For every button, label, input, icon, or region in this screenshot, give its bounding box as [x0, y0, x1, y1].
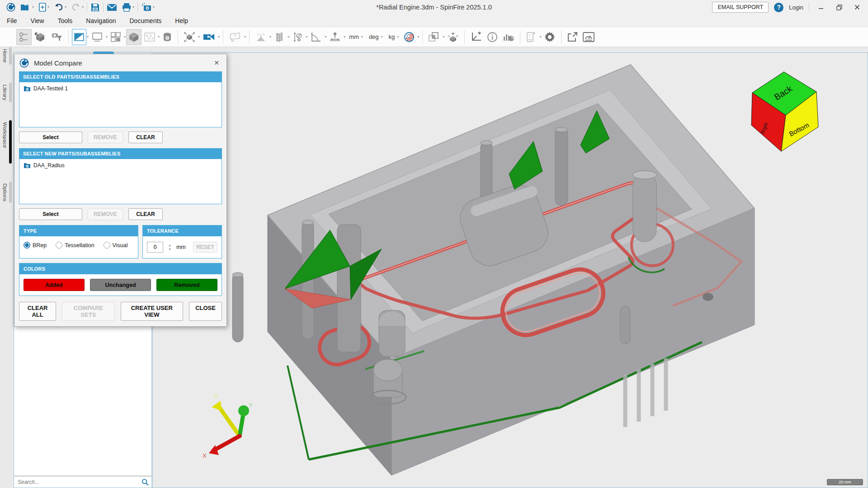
- menu-documents[interactable]: Documents: [130, 17, 162, 24]
- pattern-display-caret[interactable]: ▾: [158, 35, 160, 39]
- restore-button[interactable]: [833, 2, 845, 12]
- new-select-button[interactable]: Select: [19, 208, 82, 220]
- angle-unit-dropdown[interactable]: deg ▾: [366, 29, 385, 45]
- tolerance-spinner[interactable]: ▲ ▼: [167, 243, 173, 251]
- minimize-button[interactable]: [815, 2, 827, 12]
- compare-overlay-caret[interactable]: ▾: [443, 35, 444, 39]
- new-remove-button[interactable]: REMOVE: [88, 208, 123, 220]
- measure-angle-caret[interactable]: ▾: [325, 35, 326, 39]
- cross-section-button[interactable]: [272, 29, 287, 45]
- dialog-close-icon[interactable]: ✕: [211, 58, 222, 67]
- viewport-layout-caret[interactable]: ▾: [124, 35, 126, 39]
- view-orientation-button[interactable]: [200, 29, 217, 45]
- close-button[interactable]: CLOSE: [189, 302, 222, 321]
- new-parts-list[interactable]: DAA_Radius: [19, 159, 222, 204]
- length-unit-caret[interactable]: ▾: [361, 35, 363, 39]
- measure-diameter-button[interactable]: [290, 29, 305, 45]
- redo-button[interactable]: ▾: [70, 2, 85, 12]
- redo-caret[interactable]: ▾: [82, 5, 84, 9]
- create-user-view-button[interactable]: CREATE USER VIEW: [121, 302, 183, 321]
- model-display-button[interactable]: [126, 29, 142, 45]
- screen-mode-caret[interactable]: ▾: [106, 35, 108, 39]
- tolerance-input[interactable]: [147, 242, 163, 253]
- sidebar-tab-workspace[interactable]: Workspace: [2, 120, 12, 164]
- menu-tools[interactable]: Tools: [58, 17, 73, 24]
- new-document-button[interactable]: ▾: [37, 2, 51, 13]
- spinner-down-icon[interactable]: ▼: [167, 247, 173, 251]
- viewport-3d[interactable]: Back Right Bottom Z Y X 20 mm: [152, 52, 868, 488]
- mass-unit-dropdown[interactable]: kg ▾: [386, 29, 401, 45]
- new-clear-button[interactable]: CLEAR: [128, 208, 163, 220]
- measure-tools-button[interactable]: [16, 29, 32, 45]
- zoom-fit-button[interactable]: [181, 29, 198, 45]
- render-mode-caret[interactable]: ▾: [87, 35, 89, 39]
- radio-visual-control[interactable]: [104, 242, 110, 249]
- radio-visual[interactable]: Visual: [104, 242, 128, 249]
- radio-tessellation-control[interactable]: [56, 242, 62, 249]
- data-settings-button[interactable]: [160, 29, 175, 45]
- list-item[interactable]: DAA-Testteil 1: [24, 85, 217, 92]
- reset-button[interactable]: RESET: [193, 242, 217, 253]
- angle-unit-caret[interactable]: ▾: [381, 35, 383, 39]
- menu-navigation[interactable]: Navigation: [86, 17, 116, 24]
- script-button[interactable]: >_: [524, 29, 539, 45]
- search-input[interactable]: [17, 479, 142, 486]
- old-select-button[interactable]: Select: [19, 131, 82, 143]
- pattern-display-button[interactable]: [142, 29, 157, 45]
- measure-distance-button[interactable]: [327, 29, 343, 45]
- lighting-button[interactable]: (X,Y,Z): [253, 29, 269, 45]
- undo-button[interactable]: ▾: [52, 2, 68, 12]
- old-clear-button[interactable]: CLEAR: [128, 131, 163, 143]
- undo-caret[interactable]: ▾: [65, 5, 66, 9]
- search-icon[interactable]: [142, 479, 149, 486]
- create-axis-button[interactable]: [468, 29, 484, 45]
- capture-button[interactable]: ▾: [140, 2, 156, 13]
- radio-tessellation[interactable]: Tessellation: [56, 242, 94, 249]
- spinner-up-icon[interactable]: ▲: [167, 243, 173, 247]
- color-unchanged-chip[interactable]: Unchanged: [90, 279, 151, 291]
- open-file-button[interactable]: ▾: [19, 2, 35, 12]
- compare-sets-button[interactable]: COMPARE SETS: [62, 302, 115, 321]
- dialog-header[interactable]: Model Compare ✕: [19, 54, 222, 71]
- help-icon[interactable]: ?: [774, 3, 783, 12]
- locale-button[interactable]: [401, 29, 417, 45]
- mass-unit-caret[interactable]: ▾: [397, 35, 399, 39]
- info-button[interactable]: [485, 29, 500, 45]
- radio-brep[interactable]: BRep: [24, 242, 47, 249]
- measure-angle-button[interactable]: [308, 29, 324, 45]
- length-unit-dropdown[interactable]: mm ▾: [346, 29, 365, 45]
- compare-overlay-button[interactable]: [426, 29, 442, 45]
- view-cube[interactable]: Back Right Bottom: [748, 63, 820, 155]
- new-document-caret[interactable]: ▾: [47, 5, 49, 9]
- render-mode-button[interactable]: [72, 29, 86, 45]
- print-caret[interactable]: ▾: [132, 5, 134, 9]
- capture-caret[interactable]: ▾: [153, 5, 155, 9]
- measure-diameter-caret[interactable]: ▾: [306, 35, 307, 39]
- radio-brep-control[interactable]: [24, 242, 30, 249]
- open-file-caret[interactable]: ▾: [32, 5, 34, 9]
- email-support-button[interactable]: EMAIL SUPPORT: [712, 2, 769, 13]
- clear-all-button[interactable]: CLEAR ALL: [19, 302, 56, 321]
- sidebar-tab-library[interactable]: Library: [2, 83, 12, 102]
- share-view-button[interactable]: [565, 29, 580, 45]
- print-button[interactable]: ▾: [120, 2, 136, 13]
- capture-view-button[interactable]: [49, 29, 65, 45]
- zoom-fit-caret[interactable]: ▾: [198, 35, 200, 39]
- menu-view[interactable]: View: [31, 17, 44, 24]
- locale-caret[interactable]: ▾: [417, 35, 419, 39]
- color-removed-chip[interactable]: Removed: [156, 279, 217, 291]
- save-button[interactable]: [89, 2, 101, 13]
- menu-help[interactable]: Help: [175, 17, 188, 24]
- old-remove-button[interactable]: REMOVE: [88, 131, 123, 143]
- statistics-button[interactable]: [500, 29, 517, 45]
- menu-file[interactable]: File: [7, 17, 17, 24]
- login-button[interactable]: Login: [789, 4, 803, 11]
- select-part-button[interactable]: [32, 29, 48, 45]
- color-added-chip[interactable]: Added: [24, 279, 85, 291]
- view-orientation-caret[interactable]: ▾: [218, 35, 220, 39]
- sidebar-tab-home[interactable]: Home: [2, 47, 12, 65]
- screen-mode-button[interactable]: [89, 29, 105, 45]
- list-item[interactable]: DAA_Radius: [24, 162, 217, 169]
- email-button[interactable]: [105, 3, 118, 12]
- old-parts-list[interactable]: DAA-Testteil 1: [19, 82, 222, 127]
